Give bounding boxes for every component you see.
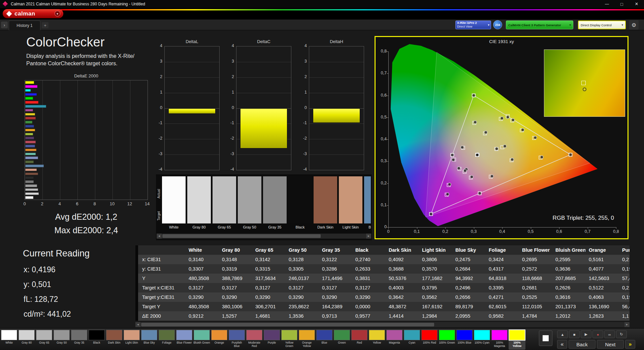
pattern-button-foliage[interactable]: Foliage	[158, 329, 175, 350]
pattern-button-blue[interactable]: Blue	[316, 329, 333, 350]
back-button[interactable]: Back	[569, 340, 595, 349]
delta-y-tick-label: 1	[297, 90, 307, 95]
pattern-button-cyan[interactable]: Cyan	[404, 329, 420, 350]
delta-y-tick-label: -4	[297, 167, 307, 172]
record-button[interactable]: ●	[592, 330, 603, 338]
pattern-generator-button[interactable]: CalMAN Client 3 Pattern Generator ▾	[506, 21, 573, 29]
pattern-button-100-green[interactable]: 100% Green	[439, 329, 455, 350]
settings-gear-button[interactable]: ⚙	[629, 20, 639, 30]
pattern-button-gray-65[interactable]: Gray 65	[36, 329, 53, 350]
table-cell: 0,3562	[419, 292, 452, 302]
pattern-button-purple[interactable]: Purple	[263, 329, 280, 350]
scroll-left-button[interactable]: ◄	[157, 234, 162, 239]
pattern-button-bluish-green[interactable]: Bluish Green	[193, 329, 210, 350]
back-chevron-button[interactable]: «	[557, 340, 567, 349]
pattern-button-100-magenta[interactable]: 100% Magenta	[491, 329, 508, 350]
page-title: ColorChecker	[26, 35, 104, 49]
table-cell: 171,4496	[319, 274, 352, 283]
table-cell: 1,2984	[419, 311, 452, 321]
pattern-button-100-cyan[interactable]: 100% Cyan	[474, 329, 490, 350]
minimize-button[interactable]: —	[600, 0, 614, 8]
pattern-button-gray-35[interactable]: Gray 35	[71, 329, 88, 350]
pattern-button-gray-80[interactable]: Gray 80	[18, 329, 35, 350]
table-cell: 0,2656	[452, 292, 485, 302]
stop-button[interactable]: ■	[569, 330, 580, 338]
swatch-label: Dark Skin	[314, 224, 337, 230]
scroll-thumb[interactable]	[162, 234, 321, 238]
display-control-button[interactable]: Direct Display Control ▾	[578, 21, 626, 29]
actual-row-label: Actual	[157, 184, 161, 204]
pattern-button-gray-50[interactable]: Gray 50	[53, 329, 70, 350]
scroll-left-button[interactable]: ◄	[135, 322, 140, 327]
deltae-bar-red	[25, 117, 36, 119]
pattern-button-green[interactable]: Green	[333, 329, 350, 350]
table-scrollbar[interactable]: ◄ ►	[135, 322, 630, 327]
pattern-label: Blue Sky	[141, 341, 158, 345]
cie-measured-100-magenta	[478, 192, 481, 195]
table-cell: 388,7869	[219, 274, 252, 283]
table-cell: 0,4077	[585, 264, 619, 274]
pattern-button-light-skin[interactable]: Light Skin	[123, 329, 140, 350]
scroll-thumb[interactable]	[141, 323, 434, 326]
custom-pattern-button[interactable]	[539, 330, 552, 346]
pattern-label: Foliage	[158, 341, 175, 345]
cie-x-tick-label: 0,4	[496, 229, 508, 234]
pattern-button-blue-sky[interactable]: Blue Sky	[141, 329, 158, 350]
maximize-button[interactable]: □	[614, 0, 629, 8]
refresh-button[interactable]: ↻	[616, 330, 627, 338]
collapse-button[interactable]: ▲	[557, 330, 568, 338]
pattern-button-purplish-blue[interactable]: Purplish Blue	[228, 329, 245, 350]
pattern-button-orange[interactable]: Orange	[211, 329, 228, 350]
cie-measured-100-red	[569, 153, 572, 156]
next-chevron-button[interactable]: »	[625, 340, 635, 349]
pattern-button-black[interactable]: Black	[88, 329, 105, 350]
reading-cdm2: cd/m²: 441,02	[24, 310, 71, 319]
table-cell: 177,1682	[419, 274, 452, 283]
reading-fl: fL: 128,72	[24, 295, 58, 304]
deltac-chart-title: DeltaC	[236, 39, 291, 44]
cie-x-tick	[417, 227, 417, 229]
pattern-button-100-red[interactable]: 100% Red	[421, 329, 438, 350]
pattern-button-yellow[interactable]: Yellow	[368, 329, 385, 350]
pattern-button-orange-yellow[interactable]: Orange Yellow	[298, 329, 315, 350]
delta-y-tick-label: 1	[224, 90, 234, 95]
calman-logo-text: calman	[14, 10, 55, 17]
swatch-scrollbar[interactable]: ◄ ►	[157, 234, 371, 239]
delta-gridline	[309, 124, 364, 124]
calman-logo-button[interactable]: calman ▾	[3, 9, 63, 18]
pattern-button-100-yellow[interactable]: 100% Yellow	[509, 329, 525, 350]
scroll-right-button[interactable]: ►	[366, 234, 371, 239]
pattern-label: Light Skin	[123, 341, 140, 345]
pattern-label: Magenta	[386, 341, 403, 345]
table-cell: 0,3128	[285, 255, 319, 264]
pattern-button-red[interactable]: Red	[351, 329, 368, 350]
pattern-button-white[interactable]: White	[1, 329, 18, 350]
close-button[interactable]: ×	[629, 0, 644, 8]
cie-measured-green	[474, 121, 477, 124]
cie-y-tick	[387, 96, 388, 96]
table-header-foliage: Foliage	[485, 245, 519, 255]
chevron-down-icon: ▾	[488, 23, 489, 27]
pattern-button-moderate-red[interactable]: Moderate Red	[246, 329, 263, 350]
pattern-button-dark-skin[interactable]: Dark Skin	[106, 329, 123, 350]
deltae-bar-dark-skin	[25, 173, 38, 175]
scroll-right-button[interactable]: ►	[624, 322, 630, 327]
table-cell: 380,1006	[219, 302, 252, 311]
pattern-button-100-blue[interactable]: 100% Blue	[456, 329, 473, 350]
swatch-color	[288, 176, 312, 223]
pattern-label: Gray 80	[18, 341, 35, 345]
next-button[interactable]: Next	[597, 340, 624, 349]
pattern-label: Gray 65	[36, 341, 53, 345]
pattern-button-yellow-green[interactable]: Yellow Green	[281, 329, 298, 350]
target-row-label: Target	[157, 206, 161, 226]
pattern-button-blue-flower[interactable]: Blue Flower	[176, 329, 193, 350]
play-button[interactable]: ▶	[581, 330, 591, 338]
cie-x-tick-label: 0,1	[411, 229, 423, 234]
add-tab-button[interactable]: +	[42, 22, 49, 28]
pattern-button-magenta[interactable]: Magenta	[386, 329, 403, 350]
pane-toggle-button[interactable]: ›	[1, 22, 8, 28]
link-button[interactable]: ∞	[604, 330, 615, 338]
tab-history-1[interactable]: History 1	[9, 21, 40, 30]
meter-select-button[interactable]: X-Rite i1Pro 2 Direct View ▾	[455, 21, 491, 29]
table-cell: 0,2475	[452, 255, 485, 264]
